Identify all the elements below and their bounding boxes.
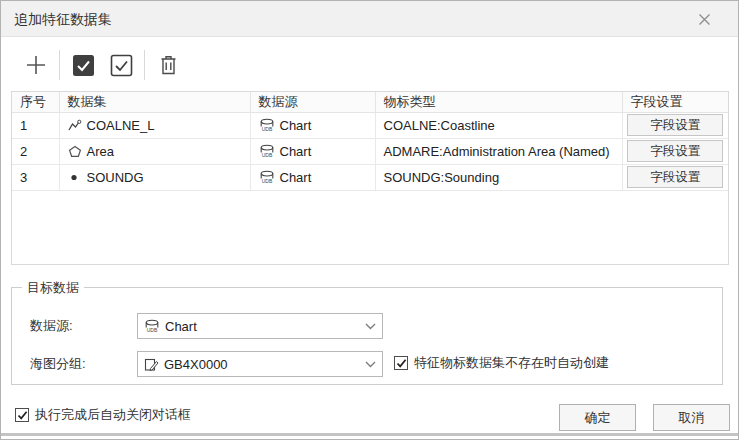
toolbar — [21, 45, 183, 85]
auto-create-label: 特征物标数据集不存在时自动创建 — [414, 354, 609, 372]
dataset-name: COALNE_L — [87, 118, 155, 133]
column-header-field-setting: 字段设置 — [622, 92, 728, 112]
source-name: Chart — [280, 118, 312, 133]
plus-icon — [25, 54, 47, 76]
udb-datasource-icon: UDB — [259, 170, 275, 185]
table-row[interactable]: 2 Area UDBChart ADMARE:Administration Ar… — [12, 138, 728, 164]
source-name: Chart — [280, 170, 312, 185]
toolbar-separator — [59, 50, 60, 80]
field-setting-button[interactable]: 字段设置 — [627, 166, 723, 188]
group-title: 目标数据 — [22, 279, 84, 297]
close-icon — [697, 12, 712, 27]
udb-datasource-icon: UDB — [144, 319, 160, 334]
udb-datasource-icon: UDB — [259, 118, 275, 133]
column-header-object-type: 物标类型 — [375, 92, 622, 112]
row-index: 3 — [12, 164, 59, 190]
line-dataset-icon — [68, 119, 82, 132]
cancel-button[interactable]: 取消 — [653, 404, 730, 431]
checkbox-checked-icon — [15, 408, 29, 422]
checkbox-filled-icon — [72, 54, 95, 77]
append-feature-dataset-dialog: 追加特征数据集 — [0, 0, 739, 440]
field-setting-button[interactable]: 字段设置 — [627, 114, 723, 136]
svg-text:UDB: UDB — [261, 178, 272, 184]
chart-group-value: GB4X0000 — [164, 357, 228, 372]
trash-icon — [158, 54, 179, 76]
check-selected-button[interactable] — [106, 49, 136, 81]
row-index: 2 — [12, 138, 59, 164]
toolbar-separator — [144, 50, 145, 80]
table-header-row: 序号 数据集 数据源 物标类型 字段设置 — [12, 92, 728, 112]
row-index: 1 — [12, 112, 59, 138]
source-name: Chart — [280, 144, 312, 159]
chart-group-icon — [144, 357, 159, 372]
select-all-button[interactable] — [68, 49, 98, 81]
title-bar: 追加特征数据集 — [1, 1, 738, 37]
column-header-dataset: 数据集 — [59, 92, 250, 112]
ok-button[interactable]: 确定 — [559, 404, 636, 431]
table-row[interactable]: 3 SOUNDG UDBChart SOUNDG:Sounding 字段设置 — [12, 164, 728, 190]
field-setting-button[interactable]: 字段设置 — [627, 140, 723, 162]
datasource-label: 数据源: — [30, 313, 73, 339]
object-type: COALNE:Coastline — [375, 112, 622, 138]
svg-text:UDB: UDB — [147, 327, 158, 333]
dataset-name: SOUNDG — [87, 170, 144, 185]
column-header-index: 序号 — [12, 92, 59, 112]
chevron-down-icon — [365, 323, 376, 330]
chart-group-combobox[interactable]: GB4X0000 — [137, 351, 383, 377]
datasource-combobox[interactable]: UDB Chart — [137, 313, 383, 339]
object-type: SOUNDG:Sounding — [375, 164, 622, 190]
svg-text:UDB: UDB — [261, 152, 272, 158]
dialog-title: 追加特征数据集 — [14, 1, 112, 37]
svg-text:UDB: UDB — [261, 126, 272, 132]
auto-create-checkbox[interactable]: 特征物标数据集不存在时自动创建 — [394, 354, 609, 372]
object-type: ADMARE:Administration Area (Named) — [375, 138, 622, 164]
window-bottom-edge — [1, 433, 738, 436]
table-row[interactable]: 1 COALNE_L UDBChart COALNE:Coastline 字段设… — [12, 112, 728, 138]
column-header-source: 数据源 — [250, 92, 375, 112]
dataset-name: Area — [87, 144, 114, 159]
auto-close-label: 执行完成后自动关闭对话框 — [35, 406, 191, 424]
point-dataset-icon — [68, 171, 82, 184]
checkbox-checked-icon — [394, 356, 408, 370]
close-button[interactable] — [684, 1, 724, 37]
add-dataset-button[interactable] — [21, 49, 51, 81]
checkbox-outline-icon — [110, 54, 133, 77]
target-data-group: 目标数据 数据源: UDB Chart 海图分组: GB4X0000 特征物标数… — [11, 287, 723, 385]
chart-group-label: 海图分组: — [30, 351, 86, 377]
dataset-table: 序号 数据集 数据源 物标类型 字段设置 1 COALNE_L UDBChart… — [11, 91, 729, 265]
region-dataset-icon — [68, 145, 82, 158]
datasource-value: Chart — [165, 319, 197, 334]
udb-datasource-icon: UDB — [259, 144, 275, 159]
delete-dataset-button[interactable] — [153, 49, 183, 81]
auto-close-checkbox[interactable]: 执行完成后自动关闭对话框 — [15, 406, 191, 424]
chevron-down-icon — [365, 361, 376, 368]
